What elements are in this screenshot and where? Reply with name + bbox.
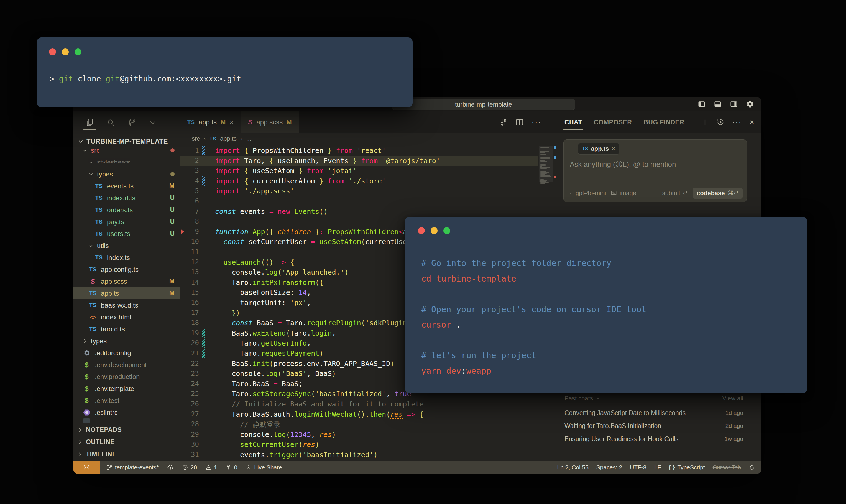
explorer-item-app.ts[interactable]: TSapp.tsM (73, 287, 180, 299)
code-line-29[interactable]: 29 console.log(12345, res) (180, 430, 557, 440)
explorer-item-app.scss[interactable]: Sapp.scssM (73, 275, 180, 287)
command-center-search[interactable]: turbine-mp-template (392, 99, 575, 110)
code-line-6[interactable]: 6 (180, 196, 557, 206)
explorer-item-index.ts[interactable]: TSindex.ts (73, 252, 180, 264)
statusbar-publish[interactable] (167, 464, 174, 471)
more-actions-icon[interactable]: ··· (532, 118, 541, 127)
past-chats-title[interactable]: Past chats (564, 395, 593, 402)
statusbar-eol[interactable]: LF (654, 464, 661, 471)
tab-bug-finder[interactable]: BUG FINDER (644, 119, 684, 126)
close-tab-icon[interactable]: × (230, 118, 234, 127)
code-line-27[interactable]: 27 Taro.BaaS.auth.loginWithWechat().then… (180, 409, 557, 419)
chat-input-box[interactable]: TS app.ts × Ask anything (⌘L), @ to ment… (563, 139, 747, 202)
past-chat-item[interactable]: Waiting for Taro.BaaS Initialization2d a… (564, 420, 743, 431)
statusbar-encoding[interactable]: UTF-8 (630, 464, 647, 471)
close-button[interactable] (418, 227, 425, 234)
explorer-item-.env.template[interactable]: $.env.template (73, 383, 180, 395)
explorer-item-stylesheets[interactable]: stylesheets (73, 156, 180, 168)
chat-more-icon[interactable]: ··· (732, 118, 741, 127)
source-control-icon[interactable] (127, 114, 136, 131)
section-timeline[interactable]: TIMELINE (77, 448, 117, 460)
breadcrumb[interactable]: src › TS app.ts › ... (180, 133, 557, 145)
tab-composer[interactable]: COMPOSER (594, 119, 632, 126)
view-all-link[interactable]: View all (722, 395, 743, 402)
split-editor-icon[interactable] (516, 118, 524, 126)
section-notepads[interactable]: NOTEPADS (77, 424, 122, 436)
explorer-item-.env.test[interactable]: $.env.test (73, 395, 180, 407)
project-root-header[interactable]: TURBINE-MP-TEMPLATE (77, 138, 168, 145)
explorer-item-orders.ts[interactable]: TSorders.tsU (73, 204, 180, 216)
context-chip-app-ts[interactable]: TS app.ts × (578, 143, 619, 155)
statusbar-notifications[interactable] (749, 464, 755, 470)
search-icon[interactable] (106, 114, 115, 131)
chat-history-icon[interactable] (717, 118, 724, 126)
explorer-item-users.ts[interactable]: TSusers.tsU (73, 228, 180, 240)
explorer-item-index.d.ts[interactable]: TSindex.d.tsU (73, 192, 180, 204)
code-line-4[interactable]: 4import { currentUserAtom } from './stor… (180, 176, 557, 186)
code-line-5[interactable]: 5import './app.scss' (180, 186, 557, 196)
tab-app-scss[interactable]: S app.scss M (241, 111, 299, 133)
breadcrumb-folder[interactable]: src (192, 135, 200, 142)
remove-context-icon[interactable]: × (612, 145, 615, 152)
explorer-item-app.config.ts[interactable]: TSapp.config.ts (73, 264, 180, 275)
explorer-item-types[interactable]: types (73, 335, 180, 347)
statusbar-live-share[interactable]: Live Share (246, 464, 282, 471)
code-line-26[interactable]: 26 // Initialize BaaS and wait for it to… (180, 399, 557, 409)
attach-image-button[interactable]: image (610, 190, 636, 197)
explorer-item-.env.development[interactable]: $.env.development (73, 359, 180, 371)
breadcrumb-file[interactable]: app.ts (220, 135, 237, 142)
explorer-item-baas-wx.d.ts[interactable]: TSbaas-wx.d.ts (73, 299, 180, 311)
explorer-item-src[interactable]: src (73, 144, 180, 156)
toggle-panel-icon[interactable] (714, 100, 722, 108)
zoom-button[interactable] (443, 227, 450, 234)
tab-app-ts[interactable]: TS app.ts M × (180, 111, 241, 133)
add-context-icon[interactable] (568, 145, 574, 152)
section-outline[interactable]: OUTLINE (77, 436, 115, 448)
explorer-item-events.ts[interactable]: TSevents.tsM (73, 180, 180, 192)
explorer-item-pay.ts[interactable]: TSpay.tsU (73, 216, 180, 228)
statusbar-git-branch[interactable]: template-events* (106, 464, 159, 471)
tab-chat[interactable]: CHAT (564, 119, 582, 126)
explorer-item-index.html[interactable]: <>index.html (73, 311, 180, 323)
toggle-sidebar-icon[interactable] (698, 100, 705, 108)
explorer-item-utils[interactable]: utils (73, 240, 180, 252)
code-line-31[interactable]: 31 events.trigger('baasInitialized') (180, 450, 557, 460)
past-chat-item[interactable]: Converting JavaScript Date to Millisecon… (564, 407, 743, 418)
past-chat-item[interactable]: Ensuring User Readiness for Hook Calls1w… (564, 433, 743, 445)
statusbar-cursor-tab[interactable]: Cursor Tab (713, 464, 741, 471)
code-line-30[interactable]: 30 setCurrentUser(res) (180, 439, 557, 450)
close-panel-icon[interactable]: × (749, 118, 754, 127)
breadcrumb-symbol[interactable]: ... (246, 135, 251, 142)
explorer-item-types[interactable]: types (73, 168, 180, 180)
statusbar-warnings[interactable]: 1 (205, 464, 217, 471)
zoom-button[interactable] (74, 49, 82, 55)
statusbar-errors[interactable]: 20 (182, 464, 197, 471)
code-line-7[interactable]: 7const events = new Events() (180, 206, 557, 217)
code-line-28[interactable]: 28 // 静默登录 (180, 419, 557, 430)
new-chat-plus-icon[interactable] (701, 118, 709, 126)
explorer-item-.eslintrc[interactable]: .eslintrc (73, 407, 180, 418)
minimap-line (540, 180, 547, 181)
open-changes-icon[interactable] (499, 118, 508, 126)
statusbar-language-mode[interactable]: { }TypeScript (669, 464, 705, 471)
model-selector[interactable]: gpt-4o-mini (568, 190, 606, 197)
minimize-button[interactable] (62, 49, 69, 55)
remote-indicator[interactable] (73, 461, 100, 474)
more-views-chevron-icon[interactable] (148, 114, 157, 131)
settings-gear-icon[interactable] (746, 100, 754, 108)
explorer-item-.editorconfig[interactable]: .editorconfig (73, 347, 180, 359)
code-line-3[interactable]: 3import { useSetAtom } from 'jotai' (180, 166, 557, 176)
submit-button[interactable]: submit ↵ (662, 190, 688, 197)
statusbar-ports[interactable]: 0 (226, 464, 237, 471)
explorer-item-.env.production[interactable]: $.env.production (73, 371, 180, 383)
minimize-button[interactable] (431, 227, 437, 234)
codebase-button[interactable]: codebase ⌘↵ (693, 187, 743, 199)
code-line-2[interactable]: 2import Taro, { useLaunch, Events } from… (180, 156, 557, 166)
close-button[interactable] (49, 49, 56, 55)
explorer-item-taro.d.ts[interactable]: TStaro.d.ts (73, 323, 180, 335)
statusbar-indentation[interactable]: Spaces: 2 (596, 464, 622, 471)
toggle-secondary-sidebar-icon[interactable] (730, 100, 738, 108)
code-line-1[interactable]: 1import { PropsWithChildren } from 'reac… (180, 145, 557, 156)
explorer-icon[interactable] (85, 114, 94, 131)
statusbar-cursor-position[interactable]: Ln 2, Col 55 (557, 464, 589, 471)
